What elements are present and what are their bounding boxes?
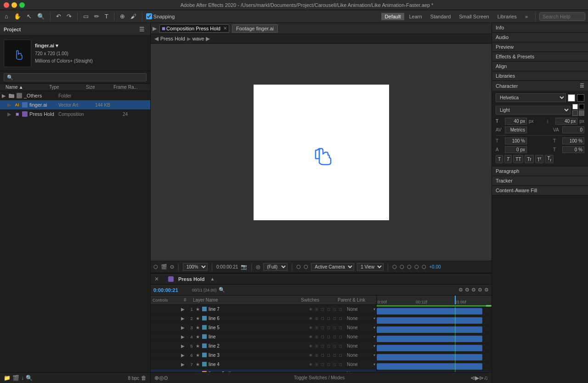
layer-row[interactable]: ▶ 5 ★ line 2 ⊕ ◎ ◻ ◻ ◻ ◻ <box>151 342 376 351</box>
paint-tool[interactable]: 🖌 <box>129 12 138 21</box>
switch-3[interactable]: ◻ <box>320 353 325 358</box>
layer-expand-btn[interactable]: ▶ <box>181 353 187 358</box>
quality-select[interactable]: (Full) (Half) <box>263 263 288 271</box>
solo-star[interactable]: ★ <box>196 343 202 349</box>
swatch3[interactable] <box>572 110 578 116</box>
solo-star[interactable]: ★ <box>196 307 202 312</box>
tl-tool4[interactable]: ⚙ <box>478 287 482 293</box>
tl-tool5[interactable]: ⚙ <box>484 287 489 293</box>
nav-back-btn[interactable]: ◀ <box>154 35 158 42</box>
switch-1[interactable]: ⊕ <box>308 334 313 340</box>
solo-star[interactable]: ★ <box>196 353 202 358</box>
parent-arrow[interactable]: ▾ <box>373 307 375 311</box>
tl-play-btn[interactable]: ▶ <box>475 375 479 381</box>
search-btn[interactable]: 🔍 <box>26 375 33 381</box>
viewer-btn10[interactable]: ⬡ <box>422 264 426 270</box>
switch-4[interactable]: ◻ <box>326 316 331 321</box>
tl-tool1[interactable]: ⚙ <box>458 287 463 293</box>
parent-arrow[interactable]: ▾ <box>373 335 375 339</box>
style-super-btn[interactable]: Tr <box>535 155 544 163</box>
switch-5[interactable]: ◻ <box>332 343 337 349</box>
sort-name-btn[interactable]: Name ▲ <box>2 85 36 90</box>
tl-play-next[interactable]: ⊳ <box>479 375 484 381</box>
switch-5[interactable]: ◻ <box>332 353 337 358</box>
layer-expand-btn[interactable]: ▶ <box>181 343 187 349</box>
fill-color-swatch[interactable] <box>568 94 575 102</box>
parent-arrow[interactable]: ▾ <box>373 316 375 320</box>
solo-star[interactable]: ★ <box>196 316 202 321</box>
style-allcaps-btn[interactable]: TT <box>513 155 523 163</box>
project-menu-btn[interactable]: ☰ <box>137 25 147 34</box>
footage-tab[interactable]: Footage finger.ai <box>232 24 278 33</box>
viewer-btn4[interactable]: ⬡ <box>296 264 301 270</box>
switch-3[interactable]: ◻ <box>320 307 325 312</box>
minimize-button[interactable] <box>11 2 17 8</box>
viewer-tb-btn2[interactable]: 🎬 <box>161 264 167 270</box>
switch-1[interactable]: ⊕ <box>308 343 313 349</box>
effects-presets-title[interactable]: Effects & Presets <box>492 52 588 61</box>
snapping-checkbox[interactable] <box>146 13 152 19</box>
tracker-title[interactable]: Tracker <box>492 176 588 185</box>
switch-2[interactable]: ◎ <box>314 362 319 367</box>
search-layer-btn[interactable]: 🔍 <box>219 287 225 293</box>
font-size-input[interactable] <box>505 118 527 125</box>
layer-expand-btn[interactable]: ▶ <box>181 334 187 339</box>
layer-expand-btn[interactable]: ▶ <box>181 307 187 312</box>
viewer-btn8[interactable]: ⬡ <box>407 264 412 270</box>
switch-6[interactable]: ◻ <box>338 353 343 358</box>
character-menu-btn[interactable]: ☰ <box>580 83 584 89</box>
viewer-tb-btn3[interactable]: ⊙ <box>170 264 174 270</box>
switch-2[interactable]: ◎ <box>314 353 319 358</box>
switch-3[interactable]: ◻ <box>320 316 325 321</box>
tracking-input[interactable] <box>562 126 584 133</box>
new-comp-btn[interactable]: 🎬 <box>12 375 19 381</box>
timeline-close-btn[interactable]: ✕ <box>154 276 159 282</box>
comp-tab-active[interactable]: ◼ Composition Press Hold ✕ <box>159 24 229 33</box>
solo-star[interactable]: ★ <box>196 362 202 367</box>
rect-tool[interactable]: ▭ <box>81 12 90 21</box>
parent-arrow[interactable]: ▾ <box>373 362 375 366</box>
zoom-tool[interactable]: 🔍 <box>35 12 46 21</box>
character-title[interactable]: Character ☰ <box>492 81 588 91</box>
info-title[interactable]: Info <box>492 23 588 32</box>
switch-1[interactable]: ⊕ <box>308 316 313 321</box>
switch-4[interactable]: ◻ <box>326 307 331 312</box>
align-title[interactable]: Align <box>492 62 588 71</box>
tl-tool2[interactable]: ⚙ <box>465 287 469 293</box>
comp-tab-close-btn[interactable]: ✕ <box>223 26 227 31</box>
switch-3[interactable]: ◻ <box>320 334 325 340</box>
paragraph-title[interactable]: Paragraph <box>492 166 588 176</box>
list-item[interactable]: ▶ _Others Folder <box>0 91 150 100</box>
layer-row[interactable]: ▶ 2 ★ line 6 ⊕ ◎ ◻ ◻ ◻ ◻ <box>151 314 376 323</box>
switch-6[interactable]: ◻ <box>338 334 343 340</box>
switch-2[interactable]: ◎ <box>314 307 319 312</box>
switch-2[interactable]: ◎ <box>314 316 319 321</box>
tl-audio-btn[interactable]: ♫ <box>484 375 488 381</box>
layer-row[interactable]: ▶ 4 ★ line ⊕ ◎ ◻ ◻ ◻ ◻ <box>151 332 376 342</box>
switch-4[interactable]: ◻ <box>326 362 331 367</box>
swatch2[interactable] <box>579 104 584 109</box>
switch-4[interactable]: ◻ <box>326 334 331 340</box>
parent-arrow[interactable]: ▾ <box>373 344 375 348</box>
switch-6[interactable]: ◻ <box>338 362 343 367</box>
new-folder-btn[interactable]: 📁 <box>4 375 11 381</box>
workspace-standard[interactable]: Standard <box>427 13 455 20</box>
leading-input[interactable] <box>555 118 577 125</box>
layer-expand-btn[interactable]: ▶ <box>181 362 187 367</box>
switch-3[interactable]: ◻ <box>320 362 325 367</box>
audio-title[interactable]: Audio <box>492 33 588 42</box>
expand-icon[interactable]: ▶ <box>2 93 8 99</box>
import-btn[interactable]: ↓ <box>21 375 24 381</box>
libraries-title[interactable]: Libraries <box>492 71 588 80</box>
solo-star[interactable]: ★ <box>196 325 202 330</box>
layer-row[interactable]: ▶ 1 ★ line 7 ⊕ ◎ ◻ ◻ ◻ ◻ <box>151 305 376 314</box>
switch-1[interactable]: ⊕ <box>308 307 313 312</box>
switch-5[interactable]: ◻ <box>332 316 337 321</box>
viewer-btn5[interactable]: ⬡ <box>304 264 308 270</box>
switch-2[interactable]: ◎ <box>314 325 319 331</box>
pen-tool[interactable]: ✏ <box>92 12 101 21</box>
camera-select[interactable]: Active Camera <box>311 263 354 271</box>
switch-5[interactable]: ◻ <box>332 362 337 367</box>
layer-row[interactable]: ▶ 3 ★ line 5 ⊕ ◎ ◻ ◻ ◻ ◻ <box>151 323 376 332</box>
switch-2[interactable]: ◎ <box>314 343 319 349</box>
